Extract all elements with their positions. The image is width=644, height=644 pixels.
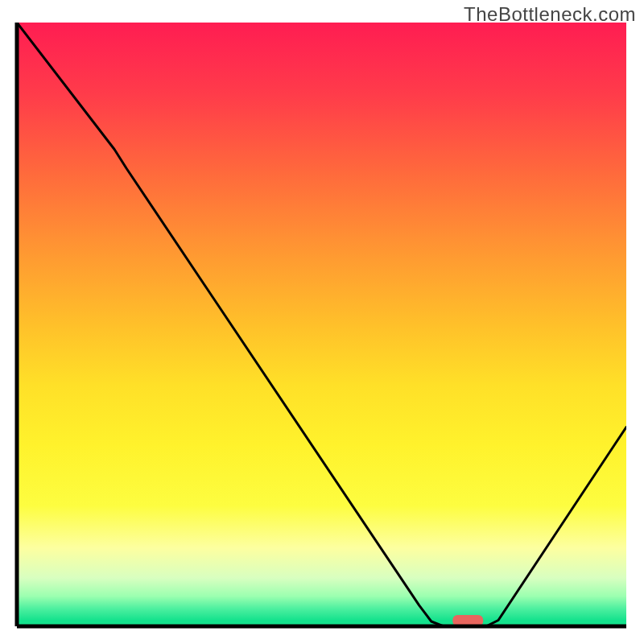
chart-container: TheBottleneck.com [0, 0, 644, 644]
plot-gradient-background [17, 23, 626, 626]
optimal-marker [452, 615, 483, 626]
chart-svg [17, 23, 626, 626]
watermark-text: TheBottleneck.com [464, 3, 636, 26]
bottleneck-curve [17, 23, 626, 626]
